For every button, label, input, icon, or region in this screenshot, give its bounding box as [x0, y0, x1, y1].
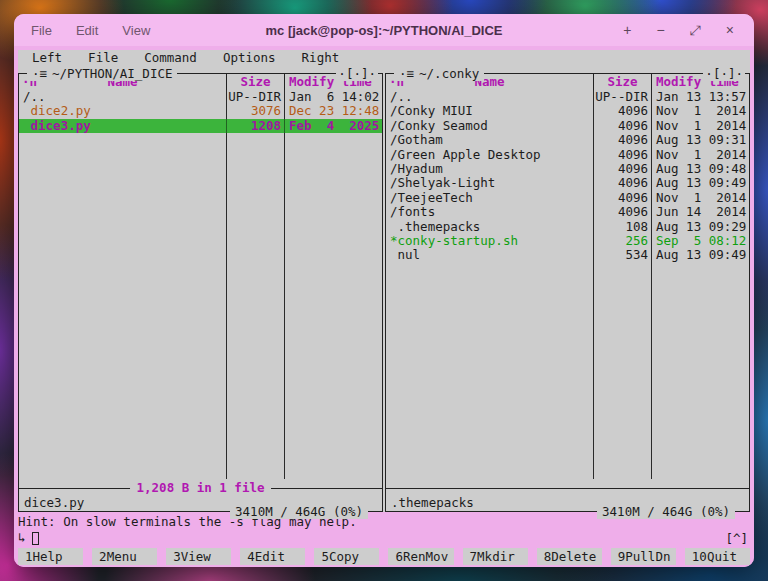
file-name: [386, 392, 593, 406]
titlebar-menu-view[interactable]: View: [122, 23, 150, 38]
minimize-icon[interactable]: −: [656, 22, 664, 39]
file-row-empty: [19, 421, 382, 435]
panel-path-text: ~/.conky: [419, 66, 479, 81]
file-mtime: Aug 13 09:49: [651, 248, 749, 262]
file-row[interactable]: /Gotham4096Aug 13 09:31: [386, 133, 749, 147]
file-row[interactable]: dice2.py3076Dec 23 12:48: [19, 104, 382, 118]
file-size: 1208: [226, 119, 284, 133]
file-row[interactable]: /fonts4096Jun 14 2014: [386, 205, 749, 219]
file-row-empty: [386, 421, 749, 435]
file-mtime: Jan 13 13:57: [651, 90, 749, 104]
file-size: UP--DIR: [593, 90, 651, 104]
file-mtime: [284, 291, 382, 305]
command-line[interactable]: ↳ [^]: [18, 530, 750, 547]
file-mtime: [284, 205, 382, 219]
file-size: 4096: [593, 119, 651, 133]
file-name: [19, 248, 226, 262]
file-row[interactable]: dice3.py1208Feb 4 2025: [19, 119, 382, 133]
file-size: [226, 162, 284, 176]
file-name: [386, 277, 593, 291]
file-row[interactable]: /..UP--DIRJan 6 14:02: [19, 90, 382, 104]
file-mtime: Nov 1 2014: [651, 104, 749, 118]
fnkey-number: 2: [99, 549, 107, 564]
fnkey-menu-button[interactable]: 2Menu: [92, 548, 157, 565]
file-size: [226, 450, 284, 464]
file-row[interactable]: /Green Apple Desktop4096Nov 1 2014: [386, 148, 749, 162]
file-row-empty: [19, 407, 382, 421]
file-row[interactable]: *conky-startup.sh256Sep 5 08:12: [386, 234, 749, 248]
new-tab-icon[interactable]: +: [623, 22, 631, 39]
panel-summary-separator: [386, 481, 749, 495]
file-size: [226, 248, 284, 262]
file-row-empty: [19, 176, 382, 190]
file-name: [19, 205, 226, 219]
fnkey-view-button[interactable]: 3View: [166, 548, 231, 565]
file-mtime: [651, 320, 749, 334]
fnkey-edit-button[interactable]: 4Edit: [240, 548, 305, 565]
file-name: [19, 220, 226, 234]
file-size: [226, 277, 284, 291]
file-size: [226, 176, 284, 190]
file-mtime: [284, 349, 382, 363]
file-mtime: [284, 148, 382, 162]
prompt-symbol: ↳: [18, 531, 26, 545]
file-mtime: [651, 421, 749, 435]
file-mtime: [651, 450, 749, 464]
menubar-item-right[interactable]: Right: [302, 51, 340, 65]
file-row[interactable]: /..UP--DIRJan 13 13:57: [386, 90, 749, 104]
panel-path[interactable]: ·≡~/.conky: [394, 66, 484, 81]
file-name: [19, 421, 226, 435]
file-name: [386, 450, 593, 464]
file-size: [226, 392, 284, 406]
file-mtime: [284, 234, 382, 248]
panel-path[interactable]: ·≡~/PYTHON/AI_DICE: [27, 66, 177, 81]
file-row[interactable]: /Hyadum4096Aug 13 09:48: [386, 162, 749, 176]
fnkey-label: Menu: [107, 549, 137, 564]
file-list: /..UP--DIRJan 13 13:57/Conky MIUI4096Nov…: [386, 90, 749, 481]
fnkey-renmov-button[interactable]: 6RenMov: [388, 548, 453, 565]
file-size: 4096: [593, 176, 651, 190]
titlebar-menu-file[interactable]: File: [31, 23, 52, 38]
file-row-empty: [19, 248, 382, 262]
file-row-empty: [386, 435, 749, 449]
menubar-item-file[interactable]: File: [88, 51, 118, 65]
menubar-item-options[interactable]: Options: [223, 51, 276, 65]
menubar-item-left[interactable]: Left: [32, 51, 62, 65]
fnkey-pulldn-button[interactable]: 9PullDn: [611, 548, 676, 565]
file-mtime: [284, 392, 382, 406]
file-name: [386, 407, 593, 421]
file-row[interactable]: /Conky Seamod4096Nov 1 2014: [386, 119, 749, 133]
disk-usage: 3410M / 464G (0%): [597, 504, 735, 519]
file-size: [593, 392, 651, 406]
fnkey-help-button[interactable]: 1Help: [18, 548, 83, 565]
file-size: 4096: [593, 104, 651, 118]
column-header-size[interactable]: Size: [593, 74, 651, 90]
fnkey-copy-button[interactable]: 5Copy: [314, 548, 379, 565]
file-row[interactable]: /TeejeeTech4096Nov 1 2014: [386, 191, 749, 205]
titlebar-menu-edit[interactable]: Edit: [76, 23, 98, 38]
fnkey-quit-button[interactable]: 10Quit: [685, 548, 750, 565]
file-row-empty: [19, 320, 382, 334]
file-size: [226, 335, 284, 349]
fnkey-label: Quit: [707, 549, 737, 564]
file-name: [386, 421, 593, 435]
file-mtime: [284, 335, 382, 349]
selection-summary: 1,208 B in 1 file: [130, 481, 272, 495]
window-titlebar[interactable]: FileEditView mc [jack@pop-os]:~/PYTHON/A…: [14, 14, 754, 46]
file-name: [386, 378, 593, 392]
close-icon[interactable]: ×: [726, 22, 734, 39]
file-row[interactable]: .themepacks108Aug 13 09:29: [386, 220, 749, 234]
file-row[interactable]: nul534Aug 13 09:49: [386, 248, 749, 262]
panel-updir-marker[interactable]: ·[·]·: [336, 66, 378, 81]
panel-updir-marker[interactable]: ·[·]·: [703, 66, 745, 81]
file-row[interactable]: /Conky MIUI4096Nov 1 2014: [386, 104, 749, 118]
history-up-button[interactable]: [^]: [725, 530, 748, 547]
disk-usage: 3410M / 464G (0%): [230, 504, 368, 519]
menubar-item-command[interactable]: Command: [144, 51, 197, 65]
file-list: /..UP--DIRJan 6 14:02 dice2.py3076Dec 23…: [19, 90, 382, 481]
file-row[interactable]: /Shelyak-Light4096Aug 13 09:49: [386, 176, 749, 190]
fnkey-mkdir-button[interactable]: 7Mkdir: [463, 548, 528, 565]
column-header-size[interactable]: Size: [226, 74, 284, 90]
fnkey-delete-button[interactable]: 8Delete: [537, 548, 602, 565]
maximize-icon[interactable]: ⤢: [690, 22, 701, 39]
